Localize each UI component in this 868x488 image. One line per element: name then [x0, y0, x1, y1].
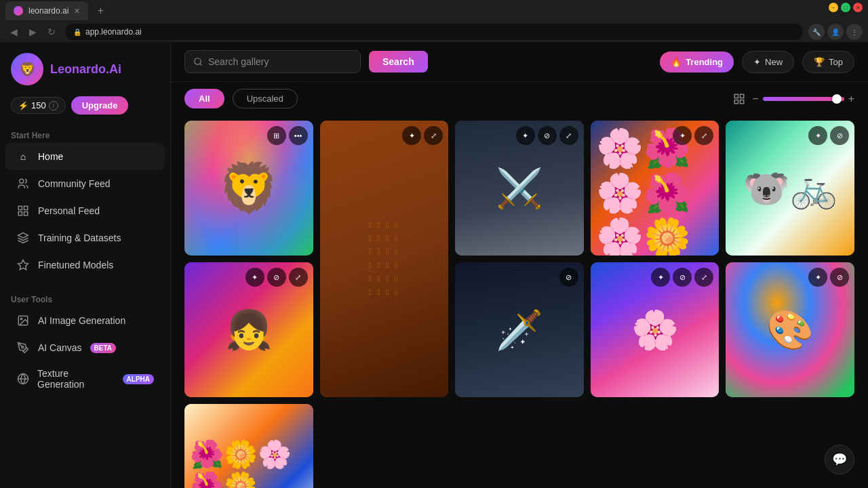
active-tab[interactable]: leonardo.ai ✕	[5, 1, 88, 20]
upgrade-button[interactable]: Upgrade	[71, 96, 129, 115]
filter-upscaled-tab[interactable]: Upscaled	[233, 89, 298, 108]
beta-badge: BETA	[90, 343, 116, 353]
trending-button[interactable]: 🔥 Trending	[660, 52, 734, 73]
search-box[interactable]: Search gallery	[184, 50, 361, 73]
new-icon: ✦	[753, 57, 761, 67]
gallery-card-floral2[interactable]: 🌺🌼🌸🌺🌼	[184, 404, 313, 488]
svg-point-7	[20, 318, 22, 319]
gallery-card-dark-warrior[interactable]: 🗡️ ⊘	[455, 262, 584, 397]
zoom-thumb	[832, 94, 842, 104]
gallery-card-floral[interactable]: 🌸🌺🌸🌺🌸🌼🌸🌺 ✦ ⤢	[591, 121, 719, 256]
sidebar-item-personal-feed[interactable]: Personal Feed	[5, 197, 165, 224]
card-slash-pink[interactable]: ⊘	[673, 268, 692, 287]
zoom-minus-button[interactable]: −	[752, 93, 758, 105]
card-ai-colorful[interactable]: ✦	[808, 268, 827, 287]
gallery-card-hieroglyphs[interactable]: 𓀀 𓀁 𓀂 𓀃𓀄 𓀅 𓀆 𓀇𓀈 𓀉 𓀊 𓀋𓂀 𓂁 𓂂 𓂃𓅱 𓅲 𓅳 𓅴𓆣 𓆤 𓆥…	[320, 121, 449, 397]
gallery-card-warrior[interactable]: ⚔️ ✦ ⊘ ⤢	[455, 121, 584, 256]
zoom-slider[interactable]	[763, 97, 844, 101]
extensions-button[interactable]: 🔧	[808, 24, 825, 40]
avatar: 🦁	[11, 53, 43, 85]
zoom-plus-button[interactable]: +	[848, 93, 854, 105]
sidebar-item-ai-image-label: AI Image Generation	[38, 315, 125, 326]
sidebar-item-ai-canvas-label: AI Canvas	[38, 342, 82, 353]
card-image-hieroglyphs: 𓀀 𓀁 𓀂 𓀃𓀄 𓀅 𓀆 𓀇𓀈 𓀉 𓀊 𓀋𓂀 𓂁 𓂂 𓂃𓅱 𓅲 𓅳 𓅴𓆣 𓆤 𓆥…	[320, 121, 449, 397]
address-bar: ◀ ▶ ↻ 🔒 app.leonardo.ai 🔧 👤 ⋮	[0, 22, 868, 42]
sidebar-item-community-feed[interactable]: Community Feed	[5, 170, 165, 197]
sidebar-item-home[interactable]: ⌂ Home	[5, 143, 165, 170]
credits-badge: ⚡ 150 i	[11, 97, 66, 114]
texture-icon	[16, 372, 29, 386]
gallery-card-anime[interactable]: 👧 ✦ ⊘ ⤢	[184, 262, 313, 397]
card-ai-koala[interactable]: ✦	[808, 126, 827, 145]
user-tools-label: User Tools	[0, 289, 170, 307]
card-expand-warrior[interactable]: ⤢	[559, 126, 578, 145]
card-slash-dark[interactable]: ⊘	[559, 268, 578, 287]
minimize-button[interactable]: −	[829, 3, 838, 12]
search-button[interactable]: Search	[369, 51, 428, 73]
sidebar-item-training[interactable]: Training & Datasets	[5, 224, 165, 251]
top-bar-right: 🔥 Trending ✦ New 🏆 Top	[660, 51, 854, 73]
top-label: Top	[829, 57, 843, 67]
tab-favicon	[14, 6, 23, 16]
profile-button[interactable]: 👤	[827, 24, 844, 40]
forward-button[interactable]: ▶	[24, 24, 41, 40]
sidebar-item-ai-image[interactable]: AI Image Generation	[5, 307, 165, 334]
card-overlay-dark-warrior: ⊘	[559, 268, 578, 287]
top-icon: 🏆	[814, 57, 825, 67]
search-placeholder: Search gallery	[208, 56, 269, 67]
gallery-card-koala[interactable]: 🐨🚲 ✦ ⊘	[726, 121, 854, 256]
tab-close-icon[interactable]: ✕	[74, 7, 80, 16]
card-ai-floral[interactable]: ✦	[673, 126, 692, 145]
card-expand-pink[interactable]: ⤢	[694, 268, 713, 287]
card-slash-colorful[interactable]: ⊘	[830, 268, 849, 287]
card-ai-button[interactable]: ✦	[402, 126, 421, 145]
svg-rect-1	[18, 206, 22, 209]
gallery-card-pink-girl[interactable]: 🌸 ✦ ⊘ ⤢	[591, 262, 719, 397]
url-bar[interactable]: 🔒 app.leonardo.ai	[65, 24, 803, 40]
card-expand-floral[interactable]: ⤢	[694, 126, 713, 145]
chat-bubble-button[interactable]: 💬	[825, 445, 854, 474]
gallery-grid: 🦁 ⊞ ••• 𓀀 𓀁 𓀂 𓀃𓀄 𓀅 𓀆 𓀇𓀈 𓀉 𓀊 𓀋𓂀 𓂁 𓂂 𓂃𓅱 𓅲 …	[184, 121, 854, 488]
top-button[interactable]: 🏆 Top	[802, 51, 854, 73]
main-content: Search gallery Search 🔥 Trending ✦ New 🏆…	[171, 42, 868, 488]
card-overlay-koala: ✦ ⊘	[808, 126, 849, 145]
sidebar-item-texture-label: Texture Generation	[37, 368, 114, 390]
card-overlay-hieroglyphs: ✦ ⤢	[402, 126, 443, 145]
card-slash-anime[interactable]: ⊘	[267, 268, 286, 287]
gallery-area: 🦁 ⊞ ••• 𓀀 𓀁 𓀂 𓀃𓀄 𓀅 𓀆 𓀇𓀈 𓀉 𓀊 𓀋𓂀 𓂁 𓂂 𓂃𓅱 𓅲 …	[171, 115, 868, 488]
filter-all-tab[interactable]: All	[184, 89, 224, 108]
sidebar: 🦁 Leonardo.Ai ⚡ 150 i Upgrade Start Here…	[0, 42, 171, 488]
back-button[interactable]: ◀	[5, 24, 22, 40]
card-slash-koala[interactable]: ⊘	[830, 126, 849, 145]
card-more-button[interactable]: •••	[289, 126, 308, 145]
sidebar-item-finetuned[interactable]: Finetuned Models	[5, 251, 165, 279]
close-button[interactable]: ✕	[853, 3, 863, 12]
maximize-button[interactable]: □	[841, 3, 850, 12]
card-ai-anime[interactable]: ✦	[245, 268, 264, 287]
sidebar-item-ai-canvas[interactable]: AI Canvas BETA	[5, 334, 165, 361]
card-expand-button[interactable]: ⊞	[267, 126, 286, 145]
svg-rect-12	[735, 94, 738, 98]
gallery-card-colorful-girl[interactable]: 🎨 ✦ ⊘	[726, 262, 854, 397]
card-expand-anime[interactable]: ⤢	[289, 268, 308, 287]
card-ai-pink[interactable]: ✦	[651, 268, 670, 287]
chat-icon: 💬	[832, 452, 847, 467]
credits-section: ⚡ 150 i Upgrade	[0, 96, 170, 125]
svg-rect-13	[741, 94, 744, 98]
card-expand-button-h[interactable]: ⤢	[424, 126, 443, 145]
zoom-slider-wrapper: − +	[752, 93, 854, 105]
info-icon[interactable]: i	[49, 101, 58, 110]
new-tab-button[interactable]: +	[91, 1, 110, 20]
sidebar-item-texture[interactable]: Texture Generation ALPHA	[5, 361, 165, 396]
card-slash-warrior[interactable]: ⊘	[538, 126, 557, 145]
grid-view-button[interactable]	[733, 93, 745, 105]
new-button[interactable]: ✦ New	[742, 51, 794, 73]
gallery-card-lion[interactable]: 🦁 ⊞ •••	[184, 121, 313, 256]
menu-button[interactable]: ⋮	[846, 24, 863, 40]
svg-line-11	[200, 64, 202, 66]
card-ai-warrior[interactable]: ✦	[516, 126, 535, 145]
home-icon: ⌂	[16, 150, 30, 163]
sidebar-item-finetuned-label: Finetuned Models	[38, 260, 113, 270]
filter-bar: All Upscaled − +	[171, 82, 868, 115]
refresh-button[interactable]: ↻	[43, 24, 60, 40]
